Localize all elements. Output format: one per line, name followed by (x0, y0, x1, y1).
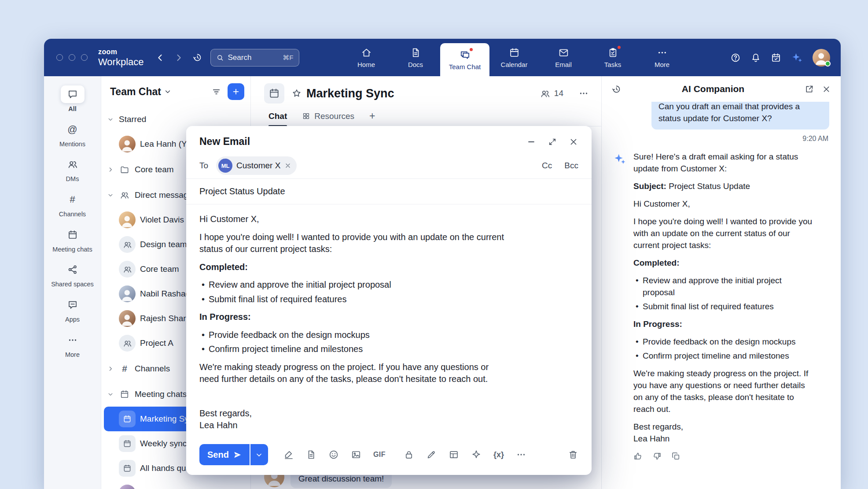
list-item: Confirm project timeline and milestones (634, 350, 816, 362)
caret-right-icon[interactable] (107, 167, 114, 173)
profile-menu[interactable] (813, 49, 830, 67)
tab-docs[interactable]: Docs (391, 39, 440, 76)
send-button[interactable]: Send (199, 444, 250, 465)
chat-list-actions (211, 83, 244, 100)
back-button[interactable] (155, 53, 165, 63)
close-panel-button[interactable] (822, 85, 831, 94)
home-icon (361, 47, 372, 58)
fullscreen-window-button[interactable] (81, 54, 88, 61)
caret-down-icon[interactable] (107, 192, 114, 198)
list-item: Submit final list of required features (634, 300, 816, 312)
copy-button[interactable] (671, 452, 680, 461)
hash-icon: # (119, 360, 130, 377)
encrypt-button[interactable] (404, 449, 414, 460)
ai-history-button[interactable] (611, 84, 622, 94)
filter-button[interactable] (211, 87, 221, 97)
expand-icon[interactable] (548, 137, 557, 146)
caret-down-icon[interactable] (107, 116, 114, 122)
ai-compose-button[interactable] (471, 449, 482, 460)
rail-item-channels[interactable]: # Channels (47, 187, 98, 222)
notifications-button[interactable] (750, 52, 761, 63)
star-channel-button[interactable] (291, 88, 302, 99)
channel-members[interactable]: 14 (540, 89, 563, 99)
gif-button[interactable]: GIF (373, 451, 386, 459)
close-icon[interactable] (569, 137, 578, 147)
rail-item-dms[interactable]: DMs (47, 152, 98, 187)
ai-intro: Sure! Here's a draft email asking for a … (633, 151, 816, 174)
rail-item-mentions[interactable]: @ Mentions (47, 117, 98, 152)
cc-button[interactable]: Cc (542, 161, 552, 170)
caret-right-icon[interactable] (107, 366, 114, 372)
new-chat-button[interactable] (228, 83, 244, 100)
email-modal-title: New Email (199, 136, 250, 148)
meeting-chats-icon (61, 226, 85, 244)
group-icon (119, 335, 136, 352)
ai-companion-button[interactable] (791, 52, 803, 63)
rail-item-apps[interactable]: Apps (47, 292, 98, 327)
ai-signature-block: Best regards, Lea Hahn (633, 421, 816, 445)
rail-item-shared-spaces[interactable]: Shared spaces (47, 257, 98, 292)
rail-item-more[interactable]: More (47, 327, 98, 363)
forward-button[interactable] (174, 53, 184, 63)
tab-email[interactable]: Email (539, 39, 588, 76)
rail-item-meeting-chats[interactable]: Meeting chats (47, 222, 98, 257)
tab-team-chat[interactable]: Team Chat (440, 43, 489, 76)
bcc-button[interactable]: Bcc (564, 161, 578, 170)
tab-calendar[interactable]: Calendar (489, 39, 539, 76)
discard-draft-button[interactable] (568, 449, 578, 460)
email-para2: We're making steady progress on the proj… (199, 361, 508, 385)
ai-subject-line: Subject: Project Status Update (633, 180, 816, 192)
toolbar-more-button[interactable] (516, 449, 526, 460)
user-message-bubble: Can you draft an email that provides a s… (651, 102, 829, 130)
search-input[interactable]: Search ⌘F (210, 49, 299, 67)
help-button[interactable] (730, 52, 741, 63)
avatar (119, 310, 136, 327)
caret-down-icon[interactable] (107, 391, 114, 397)
minimize-icon[interactable] (526, 137, 536, 147)
close-window-button[interactable] (56, 54, 63, 61)
variables-button[interactable]: {x} (493, 450, 504, 459)
thumbs-up-button[interactable] (633, 452, 643, 461)
add-tab-button[interactable]: + (369, 110, 375, 122)
tab-chat[interactable]: Chat (268, 106, 287, 126)
signature-button[interactable] (283, 449, 294, 460)
upcoming-meetings-button[interactable] (771, 52, 781, 63)
folder-icon (119, 161, 130, 178)
tab-resources[interactable]: Resources (302, 106, 354, 126)
attach-file-button[interactable] (306, 449, 316, 460)
calendar-icon (119, 386, 130, 403)
cc-bcc-group: Cc Bcc (542, 161, 578, 170)
minimize-window-button[interactable] (69, 54, 75, 61)
insert-image-button[interactable] (351, 449, 361, 460)
tab-tasks[interactable]: Tasks (588, 39, 637, 76)
send-options-button[interactable] (250, 444, 268, 465)
shared-spaces-icon (61, 261, 85, 278)
open-in-new-button[interactable] (805, 85, 814, 94)
channel-more-button[interactable] (578, 88, 589, 99)
tab-home[interactable]: Home (342, 39, 391, 76)
team-chat-badge (469, 47, 474, 52)
thumbs-down-button[interactable] (652, 452, 662, 461)
channel-title: Marketing Sync (306, 87, 394, 100)
email-inprogress-list: Provide feedback on the design mockups C… (200, 329, 508, 356)
rail-item-all[interactable]: All (47, 82, 98, 117)
template-button[interactable] (449, 449, 459, 460)
email-to-row[interactable]: To ML Customer X Cc Bcc (186, 153, 592, 179)
main-nav: Home Docs Team Chat Calendar Email (342, 39, 687, 76)
tab-more[interactable]: More (637, 39, 687, 76)
ai-companion-panel: AI Companion Can you draft an email that… (601, 76, 841, 489)
team-chat-dropdown[interactable] (164, 88, 171, 95)
emoji-button[interactable] (328, 449, 339, 460)
tasks-badge (617, 45, 622, 50)
chat-item-lea-rajesh[interactable]: Lea/Rajesh 1:1 (101, 481, 250, 489)
ai-greeting: Hi Customer X, (633, 198, 816, 210)
meeting-chat-icon (119, 411, 136, 427)
edit-button[interactable] (426, 449, 437, 460)
recent-history-button[interactable] (192, 52, 202, 63)
team-chat-title: Team Chat (110, 86, 161, 98)
email-body-editor[interactable]: Hi Customer X, I hope you're doing well!… (186, 204, 521, 432)
email-signature-block: Best regards, Lea Hahn (199, 408, 508, 432)
recipient-chip[interactable]: ML Customer X (216, 156, 297, 175)
remove-recipient-icon[interactable] (284, 162, 291, 169)
subject-field[interactable]: Project Status Update (186, 179, 592, 204)
